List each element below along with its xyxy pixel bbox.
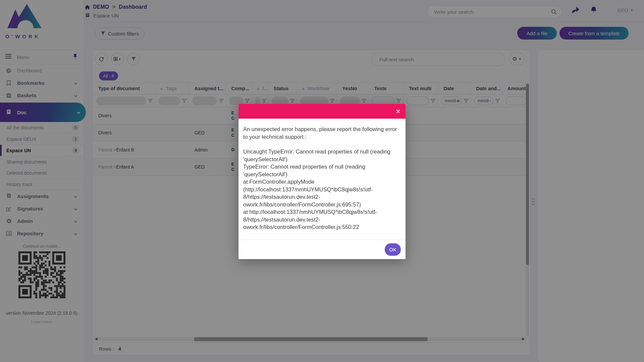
ok-button[interactable]: OK	[385, 243, 401, 256]
close-icon[interactable]: ✕	[395, 108, 401, 115]
error-modal-header: ✕	[238, 104, 406, 119]
error-intro-text: An unexpected error happens, please repo…	[243, 125, 401, 140]
error-line: at http://localhost:1337/nmhUYMUSQ*ibC8q…	[243, 208, 401, 231]
error-details: Uncaught TypeError: Cannot read properti…	[243, 148, 401, 231]
error-line: at FormController.applyMode (http://loca…	[243, 178, 401, 208]
error-modal: ✕ An unexpected error happens, please re…	[238, 104, 406, 259]
error-line: Uncaught TypeError: Cannot read properti…	[243, 148, 401, 163]
error-modal-body: An unexpected error happens, please repo…	[238, 119, 406, 240]
error-line: TypeError: Cannot read properties of nul…	[243, 163, 401, 178]
error-modal-footer: OK	[238, 240, 406, 259]
